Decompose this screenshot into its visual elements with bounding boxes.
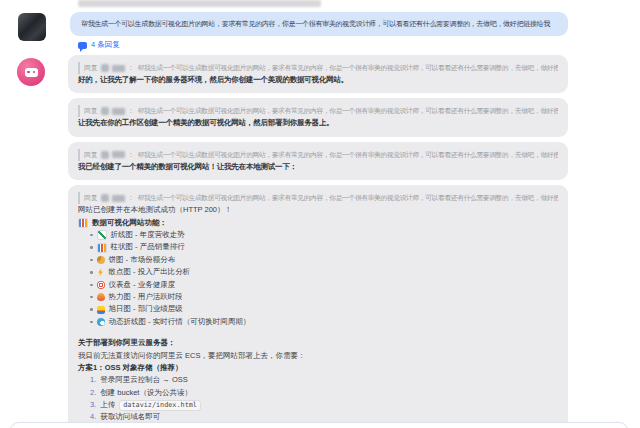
feature-label: 热力图 - 用户活跃时段 (109, 291, 183, 303)
bot-reply-text: 我已经创建了一个精美的数据可视化网站！让我先在本地测试一下： (78, 161, 558, 173)
feature-item: 柱状图 - 产品销量排行 (78, 241, 558, 253)
deploy-intro: 我目前无法直接访问你的阿里云 ECS，要把网站部署上去，你需要： (78, 350, 306, 362)
bot-message-2: 回复 ： 帮我生成一个可以生成数据可视化图片的网站，要求有常见的内容，你是一个很… (68, 98, 568, 136)
feature-label: 旭日图 - 部门业绩层级 (109, 303, 183, 315)
quote-colon: ： (128, 149, 135, 161)
bot-reply-text: 好的，让我先了解一下你的服务器环境，然后为你创建一个美观的数据可视化网站。 (78, 74, 558, 86)
status-text: 网站已创建并在本地测试成功（HTTP 200）！ (78, 204, 232, 216)
step-item: 2. 创建 bucket（设为公共读） (78, 387, 558, 399)
bot-message-4: 回复 ： 帮我生成一个可以生成数据可视化图片的网站，要求有常见的内容，你是一个很… (68, 185, 568, 428)
bullet-dot (90, 271, 93, 274)
bot-avatar[interactable] (17, 58, 45, 86)
step-text: 登录阿里云控制台 → OSS (100, 374, 188, 386)
lightning-icon (97, 268, 105, 276)
quote-colon: ： (128, 192, 135, 204)
redacted-header-bar (78, 0, 321, 7)
quote-text: 帮我生成一个可以生成数据可视化图片的网站，要求有常见的内容，你是一个很有审美的视… (137, 105, 558, 117)
feature-label: 柱状图 - 产品销量排行 (111, 241, 185, 253)
user-message-text: 帮我生成一个可以生成数据可视化图片的网站，要求有常见的内容，你是一个很有审美的视… (81, 20, 550, 27)
step-number: 3. (90, 399, 96, 411)
quote-colon: ： (128, 62, 135, 74)
step-item: 1. 登录阿里云控制台 → OSS (78, 374, 558, 386)
redacted-avatar (101, 64, 109, 72)
redacted-avatar (101, 151, 109, 159)
message-input[interactable] (10, 422, 628, 428)
bullet-dot (90, 321, 93, 324)
feature-label: 折线图 - 年度营收走势 (111, 229, 185, 241)
sunrise-icon (97, 306, 105, 314)
feature-item: 折线图 - 年度营收走势 (78, 229, 558, 241)
redacted-name (112, 108, 125, 115)
step-number: 1. (90, 374, 96, 386)
chat-bubble-icon (78, 42, 87, 49)
gauge-icon (97, 281, 105, 289)
bot-message-3: 回复 ： 帮我生成一个可以生成数据可视化图片的网站，要求有常见的内容，你是一个很… (68, 142, 568, 180)
redacted-avatar (101, 107, 109, 115)
bar-chart-icon (78, 218, 88, 228)
bullet-dot (90, 284, 93, 287)
wave-icon (97, 318, 105, 326)
feature-item: 动态折线图 - 实时行情（可切换时间周期） (78, 316, 558, 328)
redacted-avatar (101, 194, 109, 202)
code-chip: dataviz/index.html (119, 400, 201, 411)
bullet-dot (90, 234, 93, 237)
features-title: 数据可视化网站功能： (92, 217, 167, 229)
feature-item: 散点图 - 投入产出比分析 (78, 266, 558, 278)
quote-text: 帮我生成一个可以生成数据可视化图片的网站，要求有常见的内容，你是一个很有审美的视… (137, 149, 558, 161)
feature-label: 动态折线图 - 实时行情（可切换时间周期） (109, 316, 251, 328)
quoted-message[interactable]: 回复 ： 帮我生成一个可以生成数据可视化图片的网站，要求有常见的内容，你是一个很… (78, 105, 558, 117)
user-message-bubble: 帮我生成一个可以生成数据可视化图片的网站，要求有常见的内容，你是一个很有审美的视… (70, 12, 568, 36)
step-text: 上传 (100, 399, 115, 411)
bot-reply-text: 让我先在你的工作区创建一个精美的数据可视化网站，然后部署到你服务器上。 (78, 117, 558, 129)
deploy-title: 关于部署到你阿里云服务器： (78, 337, 176, 349)
bot-message-1: 回复 ： 帮我生成一个可以生成数据可视化图片的网站，要求有常见的内容，你是一个很… (68, 55, 568, 93)
quote-colon: ： (128, 105, 135, 117)
feature-item: 仪表盘 - 业务健康度 (78, 279, 558, 291)
user-avatar[interactable] (18, 13, 46, 41)
redacted-name (112, 151, 125, 158)
step-item: 3. 上传 dataviz/index.html (78, 399, 558, 411)
feature-label: 散点图 - 投入产出比分析 (109, 266, 191, 278)
quote-text: 帮我生成一个可以生成数据可视化图片的网站，要求有常见的内容，你是一个很有审美的视… (137, 62, 558, 74)
feature-item: 旭日图 - 部门业绩层级 (78, 303, 558, 315)
redacted-name (112, 195, 125, 202)
quote-prefix: 回复 (84, 192, 98, 204)
bullet-dot (90, 308, 93, 311)
step-number: 2. (90, 387, 96, 399)
robot-icon (25, 68, 38, 77)
quote-prefix: 回复 (84, 149, 98, 161)
status-line: 网站已创建并在本地测试成功（HTTP 200）！ (78, 204, 558, 216)
quote-prefix: 回复 (84, 105, 98, 117)
quoted-message[interactable]: 回复 ： 帮我生成一个可以生成数据可视化图片的网站，要求有常见的内容，你是一个很… (78, 149, 558, 161)
bullet-dot (90, 246, 93, 249)
plan-title: 方案1：OSS 对象存储（推荐） (78, 362, 183, 374)
quote-text: 帮我生成一个可以生成数据可视化图片的网站，要求有常见的内容，你是一个很有审美的视… (137, 192, 558, 204)
quoted-message[interactable]: 回复 ： 帮我生成一个可以生成数据可视化图片的网站，要求有常见的内容，你是一个很… (78, 62, 558, 74)
redacted-name (112, 65, 125, 72)
bullet-dot (90, 259, 93, 262)
replies-link[interactable]: 4 条回复 (78, 40, 120, 50)
features-header: 数据可视化网站功能： (78, 217, 558, 229)
fire-icon (97, 293, 105, 301)
bot-thread: 回复 ： 帮我生成一个可以生成数据可视化图片的网站，要求有常见的内容，你是一个很… (68, 55, 568, 428)
chat-screen: 帮我生成一个可以生成数据可视化图片的网站，要求有常见的内容，你是一个很有审美的视… (0, 0, 640, 428)
feature-item: 饼图 - 市场份额分布 (78, 254, 558, 266)
feature-label: 饼图 - 市场份额分布 (109, 254, 176, 266)
quote-prefix: 回复 (84, 62, 98, 74)
bullet-dot (90, 296, 93, 299)
replies-count-label: 4 条回复 (91, 40, 120, 50)
pie-chart-icon (97, 256, 105, 264)
bar-chart-icon (97, 243, 107, 253)
step-text: 创建 bucket（设为公共读） (100, 387, 192, 399)
feature-item: 热力图 - 用户活跃时段 (78, 291, 558, 303)
line-chart-icon (97, 230, 107, 240)
feature-label: 仪表盘 - 业务健康度 (109, 279, 176, 291)
section-gap (78, 328, 558, 337)
quoted-message[interactable]: 回复 ： 帮我生成一个可以生成数据可视化图片的网站，要求有常见的内容，你是一个很… (78, 192, 558, 204)
